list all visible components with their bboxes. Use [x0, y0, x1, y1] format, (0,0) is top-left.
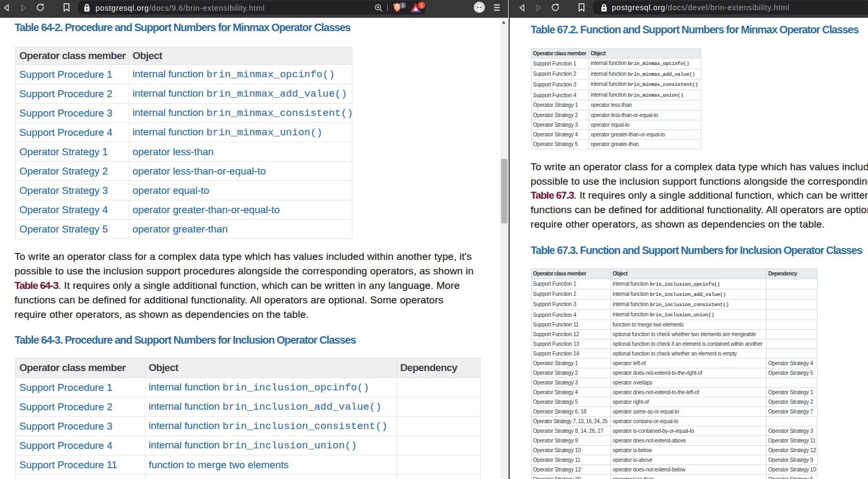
svg-text:1: 1 [402, 3, 404, 8]
svg-text:1: 1 [420, 2, 423, 8]
